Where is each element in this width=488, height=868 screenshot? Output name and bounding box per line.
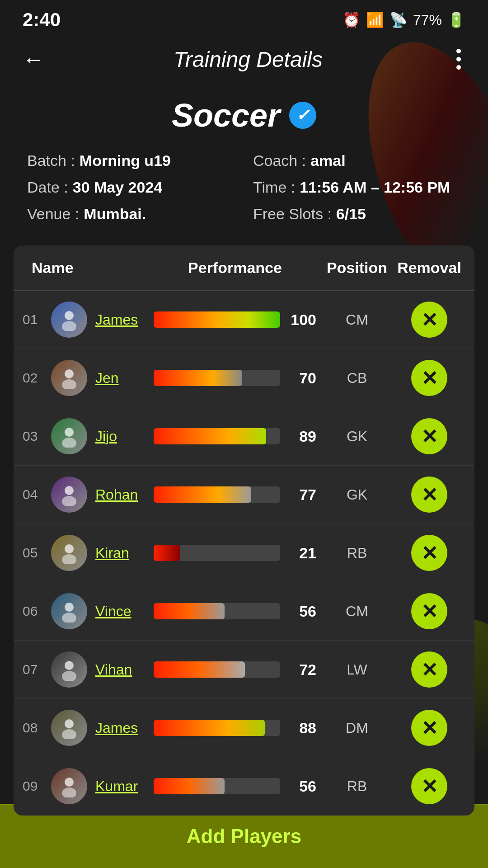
venue-value: Mumbai. [84, 205, 146, 223]
table-row: 02 Jen 70 CB ✕ [14, 349, 474, 407]
free-slots-info: Free Slots : 6/15 [253, 205, 461, 223]
position-cell: LW [321, 661, 393, 678]
player-avatar [51, 302, 87, 338]
player-cell: 02 Jen [23, 360, 149, 396]
svg-point-7 [62, 496, 76, 506]
table-header: Name Performance Position Removal [14, 245, 474, 291]
player-avatar [51, 418, 87, 454]
svg-point-15 [62, 729, 76, 739]
progress-bar-container [154, 720, 280, 736]
coach-label: Coach : [253, 152, 306, 170]
svg-point-1 [62, 321, 76, 331]
performance-value: 100 [289, 311, 316, 329]
performance-cell: 56 [149, 778, 321, 795]
remove-player-button[interactable]: ✕ [411, 535, 447, 571]
svg-point-0 [65, 311, 74, 320]
player-name[interactable]: Kiran [95, 545, 129, 561]
player-name[interactable]: Rohan [95, 486, 138, 503]
progress-bar [154, 603, 225, 619]
table-row: 09 Kumar 56 RB ✕ [14, 757, 474, 816]
player-number: 05 [23, 545, 43, 561]
player-cell: 01 James [23, 302, 149, 338]
performance-value: 72 [289, 661, 316, 679]
player-number: 06 [23, 604, 43, 619]
performance-cell: 100 [149, 311, 321, 329]
batch-info: Batch : Morning u19 [27, 152, 235, 170]
position-cell: GK [321, 486, 393, 503]
table-row: 03 Jijo 89 GK ✕ [14, 407, 474, 466]
svg-point-8 [65, 544, 74, 553]
player-name[interactable]: Jen [95, 370, 119, 387]
progress-bar-container [154, 428, 280, 444]
performance-cell: 77 [149, 486, 321, 504]
performance-value: 70 [289, 369, 316, 387]
remove-player-button[interactable]: ✕ [411, 360, 447, 396]
time-value: 11:56 AM – 12:56 PM [300, 179, 450, 196]
col-performance: Performance [149, 259, 321, 277]
time-info: Time : 11:56 AM – 12:56 PM [253, 179, 461, 196]
free-slots-label: Free Slots : [253, 205, 332, 223]
position-cell: CM [321, 311, 393, 328]
header: ← Training Details [0, 35, 488, 88]
position-cell: DM [321, 720, 393, 736]
player-number: 08 [23, 720, 43, 736]
player-name[interactable]: Vince [95, 603, 131, 620]
status-time: 2:40 [23, 9, 61, 31]
date-value: 30 May 2024 [73, 179, 163, 196]
player-avatar [51, 593, 87, 629]
player-name[interactable]: Kumar [95, 778, 138, 795]
player-cell: 09 Kumar [23, 768, 149, 804]
col-removal: Removal [393, 259, 465, 277]
player-name[interactable]: Vihan [95, 661, 132, 678]
free-slots-value: 6/15 [336, 205, 366, 223]
removal-cell: ✕ [393, 302, 465, 338]
more-dot [456, 65, 461, 70]
session-info: Batch : Morning u19 Coach : amal Date : … [0, 152, 488, 245]
player-avatar [51, 476, 87, 513]
player-name[interactable]: Jijo [95, 428, 117, 445]
player-avatar [51, 535, 87, 571]
svg-point-14 [65, 719, 74, 728]
remove-player-button[interactable]: ✕ [411, 418, 447, 454]
position-cell: CM [321, 603, 393, 620]
performance-value: 56 [289, 603, 316, 620]
remove-player-button[interactable]: ✕ [411, 593, 447, 629]
player-avatar [51, 360, 87, 396]
player-cell: 05 Kiran [23, 535, 149, 571]
progress-bar-container [154, 778, 280, 794]
wifi-icon: 📶 [366, 11, 384, 28]
player-cell: 04 Rohan [23, 476, 149, 513]
player-avatar [51, 768, 87, 804]
more-options-button[interactable] [452, 44, 465, 74]
player-name[interactable]: James [95, 311, 138, 328]
venue-label: Venue : [27, 205, 79, 223]
verified-badge: ✓ [289, 102, 316, 129]
position-cell: CB [321, 370, 393, 387]
performance-cell: 88 [149, 719, 321, 737]
player-cell: 06 Vince [23, 593, 149, 629]
sport-title: Soccer ✓ [172, 97, 316, 134]
svg-point-13 [62, 671, 76, 681]
remove-player-button[interactable]: ✕ [411, 476, 447, 513]
remove-player-button[interactable]: ✕ [411, 302, 447, 338]
remove-player-button[interactable]: ✕ [411, 651, 447, 688]
back-button[interactable]: ← [23, 47, 44, 72]
progress-bar [154, 486, 251, 503]
position-cell: GK [321, 428, 393, 445]
progress-bar-container [154, 370, 280, 386]
svg-point-6 [65, 486, 74, 495]
coach-info: Coach : amal [253, 152, 461, 170]
batch-label: Batch : [27, 152, 75, 170]
table-row: 08 James 88 DM ✕ [14, 699, 474, 757]
player-name[interactable]: James [95, 720, 138, 736]
remove-player-button[interactable]: ✕ [411, 768, 447, 804]
performance-value: 89 [289, 428, 316, 445]
progress-bar [154, 311, 280, 328]
svg-point-10 [65, 603, 74, 612]
svg-point-5 [62, 438, 76, 448]
progress-bar [154, 661, 245, 678]
remove-player-button[interactable]: ✕ [411, 710, 447, 746]
venue-info: Venue : Mumbai. [27, 205, 235, 223]
progress-bar-container [154, 603, 280, 619]
table-row: 05 Kiran 21 RB ✕ [14, 524, 474, 582]
